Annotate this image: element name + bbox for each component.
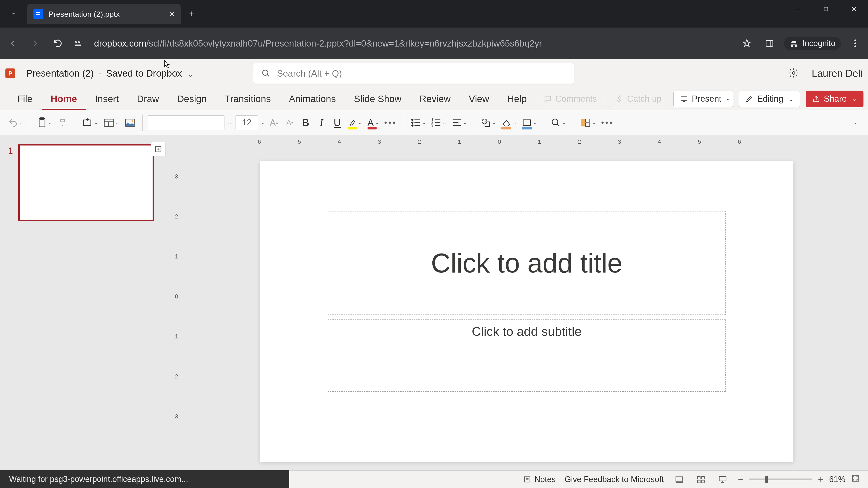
svg-text:3: 3	[431, 123, 433, 127]
comment-icon	[544, 95, 552, 103]
ribbon-tabs: File Home Insert Draw Design Transitions…	[0, 88, 868, 110]
tab-search-button[interactable]	[0, 0, 27, 28]
layout-button[interactable]: ⌄	[101, 115, 121, 131]
app-title-bar: P Presentation (2) - Saved to Dropbox ⌄ …	[0, 59, 868, 88]
photo-button[interactable]	[123, 115, 137, 131]
comments-button[interactable]: Comments	[537, 91, 603, 107]
browser-menu-icon[interactable]	[847, 35, 864, 52]
find-button[interactable]: ⌄	[549, 115, 568, 131]
bookmark-star-icon[interactable]	[739, 35, 755, 52]
chevron-down-icon: ⌄	[788, 95, 794, 103]
svg-rect-49	[581, 119, 585, 126]
browser-tab-strip: Presentation (2).pptx × +	[0, 0, 868, 28]
slideshow-view-icon[interactable]	[716, 473, 729, 486]
zoom-out-button[interactable]: −	[738, 474, 744, 485]
address-bar[interactable]: dropbox.com/scl/fi/ds8xk05ovlytyxnalh07u…	[90, 38, 733, 48]
shapes-button[interactable]: ⌄	[479, 115, 498, 131]
close-window-button[interactable]	[840, 0, 868, 18]
present-dropdown[interactable]: ⌄	[722, 91, 733, 107]
search-box[interactable]	[253, 63, 574, 84]
undo-button[interactable]: ⌄	[6, 115, 25, 131]
new-tab-button[interactable]: +	[181, 4, 202, 24]
underline-button[interactable]: U	[330, 115, 344, 131]
svg-rect-51	[585, 123, 590, 126]
font-size-select[interactable]: 12	[236, 116, 258, 130]
font-color-button[interactable]: A⌄	[366, 115, 381, 131]
settings-gear-icon[interactable]	[788, 68, 799, 79]
site-info-icon[interactable]	[72, 38, 83, 49]
svg-line-48	[557, 124, 559, 126]
numbering-button[interactable]: 123⌄	[430, 115, 448, 131]
shape-outline-button[interactable]: ⌄	[520, 115, 539, 131]
svg-point-33	[412, 125, 413, 126]
notes-button[interactable]: Notes	[523, 475, 556, 484]
zoom-level[interactable]: 61%	[829, 475, 845, 484]
subtitle-placeholder[interactable]: Click to add subtitle	[328, 320, 725, 392]
doc-name: Presentation (2)	[26, 68, 94, 79]
more-font-icon[interactable]: •••	[382, 115, 399, 131]
tab-home[interactable]: Home	[41, 88, 86, 110]
shrink-font-button[interactable]: A▾	[283, 115, 297, 131]
share-button[interactable]: Share ⌄	[806, 91, 864, 107]
svg-point-29	[412, 119, 413, 121]
slide-canvas-area[interactable]: Click to add title Click to add subtitle	[185, 146, 868, 470]
search-input[interactable]	[277, 68, 566, 78]
more-commands-icon[interactable]: •••	[599, 115, 616, 131]
zoom-slider[interactable]	[749, 479, 812, 480]
slide-thumbnail[interactable]	[18, 144, 154, 221]
slide-thumbnail-row[interactable]: 1	[8, 144, 164, 221]
thumbnail-zoom-icon[interactable]	[151, 142, 165, 156]
grow-font-button[interactable]: A▴	[267, 115, 281, 131]
bullets-button[interactable]: ⌄	[409, 115, 428, 131]
highlight-button[interactable]: ⌄	[346, 115, 364, 131]
present-button[interactable]: Present	[673, 91, 728, 107]
title-placeholder[interactable]: Click to add title	[328, 211, 725, 315]
slide[interactable]: Click to add title Click to add subtitle	[260, 161, 794, 462]
back-button[interactable]	[4, 35, 21, 52]
tab-slide-show[interactable]: Slide Show	[345, 88, 410, 110]
tab-draw[interactable]: Draw	[128, 88, 168, 110]
close-tab-icon[interactable]: ×	[169, 10, 175, 18]
fit-to-window-icon[interactable]	[851, 474, 860, 485]
format-painter-button[interactable]	[56, 115, 70, 131]
tab-file[interactable]: File	[8, 88, 41, 110]
window-controls	[784, 0, 868, 18]
svg-point-5	[79, 41, 80, 43]
new-slide-button[interactable]: ⌄	[80, 115, 100, 131]
collapse-ribbon-icon[interactable]: ⌄	[854, 121, 862, 125]
tab-review[interactable]: Review	[410, 88, 460, 110]
maximize-button[interactable]	[812, 0, 840, 18]
font-name-select[interactable]	[148, 116, 224, 130]
tab-view[interactable]: View	[460, 88, 498, 110]
incognito-badge[interactable]: Incognito	[784, 37, 841, 50]
editing-button[interactable]: Editing ⌄	[739, 91, 800, 107]
side-panel-icon[interactable]	[761, 35, 778, 52]
shape-fill-button[interactable]: ⌄	[500, 115, 518, 131]
forward-button[interactable]	[27, 35, 43, 52]
document-title[interactable]: Presentation (2) - Saved to Dropbox ⌄	[26, 68, 194, 79]
catchup-button[interactable]: Catch up	[609, 91, 668, 107]
svg-rect-64	[719, 476, 726, 481]
sorter-view-icon[interactable]	[694, 473, 707, 486]
align-button[interactable]: ⌄	[450, 115, 469, 131]
reload-button[interactable]	[50, 35, 66, 52]
browser-tab[interactable]: Presentation (2).pptx ×	[27, 4, 181, 24]
feedback-link[interactable]: Give Feedback to Microsoft	[565, 475, 664, 484]
workspace: 1 6543210123456 3210123 Click to add tit…	[0, 135, 868, 470]
tab-transitions[interactable]: Transitions	[216, 88, 280, 110]
svg-rect-19	[39, 119, 45, 127]
paste-button[interactable]: ⌄	[35, 115, 54, 131]
tab-help[interactable]: Help	[498, 88, 536, 110]
designer-button[interactable]: ⌄	[578, 115, 598, 131]
user-name[interactable]: Lauren Deli	[812, 68, 863, 79]
chevron-down-icon: ⌄	[186, 68, 194, 79]
italic-button[interactable]: I	[314, 115, 329, 131]
bold-button[interactable]: B	[299, 115, 313, 131]
zoom-in-button[interactable]: +	[818, 474, 824, 485]
minimize-button[interactable]	[784, 0, 812, 18]
normal-view-icon[interactable]	[673, 473, 686, 486]
tab-design[interactable]: Design	[168, 88, 216, 110]
tab-insert[interactable]: Insert	[86, 88, 128, 110]
svg-point-15	[792, 72, 795, 74]
tab-animations[interactable]: Animations	[280, 88, 345, 110]
